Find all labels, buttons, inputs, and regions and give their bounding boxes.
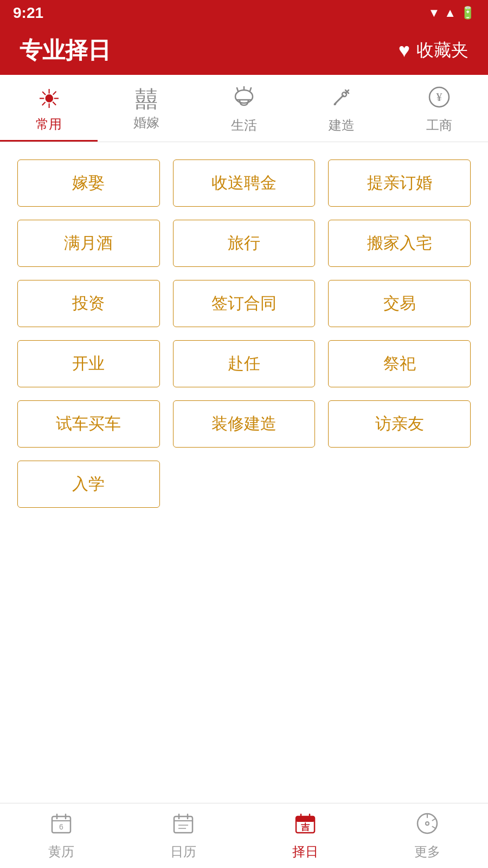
btn-shousongpinjin[interactable]: 收送聘金	[173, 159, 316, 207]
btn-tiqindingqin[interactable]: 提亲订婚	[328, 159, 471, 207]
svg-rect-23	[296, 816, 314, 822]
btn-qiandinghetong[interactable]: 签订合同	[173, 280, 316, 327]
battery-icon: 🔋	[460, 6, 475, 20]
svg-point-28	[426, 822, 429, 825]
svg-text:6: 6	[59, 822, 63, 831]
status-icons: ▼ ▲ 🔋	[428, 6, 475, 20]
nav-zeri[interactable]: 吉 择日	[244, 811, 366, 860]
svg-line-3	[250, 88, 251, 91]
svg-point-0	[235, 90, 253, 103]
page-title: 专业择日	[20, 35, 111, 66]
svg-line-5	[335, 95, 343, 104]
zeri-icon: 吉	[293, 811, 318, 840]
sun-icon: ☀	[37, 86, 61, 112]
tab-construction[interactable]: 建造	[293, 75, 390, 142]
btn-fanqinyou[interactable]: 访亲友	[328, 400, 471, 448]
nav-rili-label: 日历	[170, 843, 196, 860]
tab-common[interactable]: ☀ 常用	[0, 75, 98, 142]
nav-huangli[interactable]: 6 黄历	[0, 811, 122, 860]
wifi-icon: ▼	[428, 6, 440, 20]
more-icon	[415, 811, 440, 840]
tab-commerce-label: 工商	[426, 117, 452, 134]
tab-common-label: 常用	[36, 116, 62, 133]
tab-marriage-label: 婚嫁	[133, 114, 159, 131]
btn-luxing[interactable]: 旅行	[173, 220, 316, 267]
header-right[interactable]: ♥ 收藏夹	[399, 39, 468, 62]
status-bar: 9:21 ▼ ▲ 🔋	[0, 0, 488, 26]
btn-ruxue[interactable]: 入学	[17, 461, 160, 508]
category-tab-bar: ☀ 常用 囍 婚嫁 生活 建造	[0, 75, 488, 142]
btn-kaiyu[interactable]: 开业	[17, 340, 160, 387]
btn-jiaoyi[interactable]: 交易	[328, 280, 471, 327]
status-time: 9:21	[13, 4, 43, 22]
life-icon	[232, 85, 256, 113]
nav-more-label: 更多	[414, 843, 440, 860]
nav-huangli-label: 黄历	[48, 843, 74, 860]
tab-marriage[interactable]: 囍 婚嫁	[98, 75, 195, 142]
svg-text:吉: 吉	[301, 822, 310, 832]
rili-icon	[171, 811, 196, 840]
marriage-icon: 囍	[135, 88, 158, 111]
btn-zhuangxiu[interactable]: 装修建造	[173, 400, 316, 448]
nav-zeri-label: 择日	[292, 843, 318, 860]
main-content: 嫁娶 收送聘金 提亲订婚 满月酒 旅行 搬家入宅 投资 签订合同 交易 开业 赴…	[0, 142, 488, 803]
tab-life-label: 生活	[231, 117, 257, 134]
header: 专业择日 ♥ 收藏夹	[0, 26, 488, 75]
construction-icon	[329, 85, 354, 113]
nav-more[interactable]: 更多	[366, 811, 488, 860]
bottom-nav: 6 黄历 日历 吉 择日	[0, 803, 488, 868]
nav-rili[interactable]: 日历	[122, 811, 244, 860]
btn-shichemai[interactable]: 试车买车	[17, 400, 160, 448]
btn-furen[interactable]: 赴任	[173, 340, 316, 387]
btn-jizu[interactable]: 祭祀	[328, 340, 471, 387]
favorite-icon: ♥	[399, 39, 410, 62]
commerce-icon: ¥	[427, 85, 452, 113]
btn-touzi[interactable]: 投资	[17, 280, 160, 327]
btn-jiajv[interactable]: 嫁娶	[17, 159, 160, 207]
svg-text:¥: ¥	[436, 90, 442, 104]
tab-life[interactable]: 生活	[195, 75, 293, 142]
svg-line-31	[432, 827, 435, 829]
tab-commerce[interactable]: ¥ 工商	[390, 75, 488, 142]
svg-rect-16	[174, 816, 192, 833]
huangli-icon: 6	[49, 811, 74, 840]
activity-grid: 嫁娶 收送聘金 提亲订婚 满月酒 旅行 搬家入宅 投资 签订合同 交易 开业 赴…	[17, 159, 471, 508]
svg-line-30	[432, 819, 435, 821]
svg-line-1	[237, 88, 238, 91]
btn-banjiaruze[interactable]: 搬家入宅	[328, 220, 471, 267]
tab-construction-label: 建造	[329, 117, 355, 134]
btn-manyuejiu[interactable]: 满月酒	[17, 220, 160, 267]
signal-icon: ▲	[444, 6, 456, 20]
favorite-label[interactable]: 收藏夹	[416, 39, 468, 62]
